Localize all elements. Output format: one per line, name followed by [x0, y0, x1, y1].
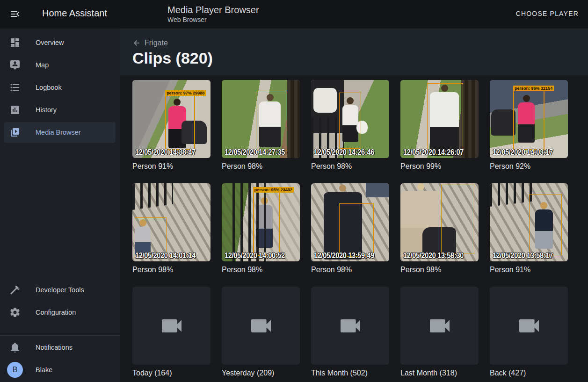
- sidebar-item-label: Map: [36, 61, 49, 69]
- street-shape: [366, 183, 389, 197]
- media-grid: person: 97% 29988 12/05/2020 14:38:47 Pe…: [132, 80, 568, 378]
- sidebar-divider: [0, 335, 120, 336]
- arrow-left-icon: [132, 39, 141, 47]
- sidebar-item-label: Media Browser: [36, 129, 81, 136]
- clip-card[interactable]: person: 97% 29988 12/05/2020 14:38:47 Pe…: [132, 80, 211, 171]
- clip-timestamp: 12/05/2020 14:00:52: [225, 251, 285, 259]
- dashboard-icon: [9, 37, 21, 48]
- detection-label: person: 97% 29988: [165, 90, 206, 96]
- folder-label: This Month (502): [311, 368, 389, 378]
- clip-thumbnail: 12/05/2020 13:58:17: [490, 183, 568, 261]
- sidebar-item-label: Developer Tools: [36, 286, 84, 294]
- clip-thumbnail: person: 95% 23432 12/05/2020 14:00:52: [222, 183, 300, 261]
- sidebar-item-overview[interactable]: Overview: [4, 32, 116, 53]
- clip-thumbnail: person: 97% 29988 12/05/2020 14:38:47: [132, 80, 211, 158]
- list-bulleted-icon: [9, 82, 21, 93]
- folder-card-yesterday[interactable]: Yesterday (209): [222, 287, 300, 378]
- clip-caption: Person 92%: [490, 162, 568, 171]
- detection-box: person: 97% 29988: [165, 95, 195, 151]
- video-camera-icon: [427, 313, 453, 339]
- sidebar-item-notifications[interactable]: Notifications: [4, 337, 116, 358]
- folder-label: Back (427): [490, 368, 568, 378]
- folder-thumbnail: [132, 287, 211, 365]
- detection-box: [339, 93, 361, 149]
- detection-box: [256, 91, 287, 150]
- menu-open-icon[interactable]: [9, 8, 21, 20]
- sidebar-item-media-browser[interactable]: Media Browser: [4, 122, 116, 143]
- avatar: B: [7, 362, 23, 378]
- clip-thumbnail: 12/05/2020 14:26:07: [400, 80, 479, 158]
- hammer-icon: [9, 284, 21, 296]
- sidebar-item-label: Configuration: [36, 309, 76, 316]
- clip-timestamp: 12/05/2020 14:26:46: [314, 148, 374, 156]
- clip-card[interactable]: 12/05/2020 14:01:14 Person 98%: [132, 183, 211, 274]
- video-camera-icon: [337, 313, 363, 339]
- folder-thumbnail: [490, 287, 568, 365]
- sidebar-item-configuration[interactable]: Configuration: [4, 302, 116, 323]
- detection-box: [339, 203, 373, 257]
- detection-label: person: 96% 32154: [513, 86, 554, 91]
- play-box-multiple-icon: [9, 127, 21, 138]
- panel-header: Media Player Browser Web Browser: [167, 4, 259, 24]
- choose-player-button[interactable]: CHOOSE PLAYER: [516, 10, 579, 17]
- sidebar-item-developer-tools[interactable]: Developer Tools: [4, 280, 116, 300]
- panel-subtitle: Web Browser: [167, 15, 259, 24]
- sidebar-item-label: Logbook: [36, 84, 62, 91]
- sidebar-item-map[interactable]: Map: [4, 55, 116, 75]
- sidebar-item-logbook[interactable]: Logbook: [4, 77, 116, 98]
- sidebar-item-label: History: [36, 106, 57, 114]
- gear-icon: [9, 307, 21, 318]
- detection-box: person: 95% 23432: [253, 192, 280, 256]
- clip-card[interactable]: person: 96% 32154 12/05/2020 14:03:17 Pe…: [490, 80, 568, 171]
- clip-card[interactable]: 12/05/2020 13:58:17 Person 91%: [490, 183, 568, 274]
- folder-thumbnail: [311, 287, 389, 365]
- sidebar-item-label: Notifications: [36, 344, 73, 351]
- clip-caption: Person 98%: [400, 265, 479, 274]
- folder-card-back[interactable]: Back (427): [490, 287, 568, 378]
- porch-railing-shape: [287, 80, 300, 158]
- clip-caption: Person 98%: [132, 265, 211, 274]
- clip-thumbnail: 12/05/2020 13:58:30: [400, 183, 479, 261]
- detection-box: [529, 194, 562, 255]
- bell-icon: [9, 342, 21, 353]
- detection-box: person: 96% 32154: [513, 90, 544, 151]
- page-title: Clips (820): [132, 49, 213, 67]
- clip-card[interactable]: 12/05/2020 13:58:30 Person 98%: [400, 183, 479, 274]
- panel-title: Media Player Browser: [167, 4, 259, 15]
- clip-card[interactable]: 12/05/2020 14:27:35 Person 98%: [222, 80, 300, 171]
- clip-timestamp: 12/05/2020 14:27:35: [225, 148, 285, 156]
- clip-timestamp: 12/05/2020 13:58:30: [403, 251, 464, 259]
- folder-label: Today (164): [132, 368, 211, 378]
- clip-thumbnail: 12/05/2020 14:26:46: [311, 80, 389, 158]
- sidebar-item-user[interactable]: B Blake: [4, 360, 116, 380]
- account-tooltip-icon: [9, 59, 21, 71]
- folder-label: Last Month (318): [400, 368, 479, 378]
- clip-thumbnail: person: 96% 32154 12/05/2020 14:03:17: [490, 80, 568, 158]
- detection-box: [427, 83, 463, 155]
- sidebar-item-history[interactable]: History: [4, 100, 116, 120]
- clip-timestamp: 12/05/2020 14:26:07: [403, 148, 464, 156]
- clip-caption: Person 91%: [490, 265, 568, 274]
- breadcrumb[interactable]: Frigate: [132, 39, 168, 47]
- folder-card-last-month[interactable]: Last Month (318): [400, 287, 479, 378]
- clip-card[interactable]: 12/05/2020 14:26:07 Person 99%: [400, 80, 479, 171]
- folder-card-this-month[interactable]: This Month (502): [311, 287, 389, 378]
- clip-caption: Person 98%: [222, 162, 300, 171]
- clip-thumbnail: 12/05/2020 14:01:14: [132, 183, 211, 261]
- top-app-bar: Home Assistant Media Player Browser Web …: [0, 0, 588, 29]
- clip-card[interactable]: 12/05/2020 14:26:46 Person 98%: [311, 80, 389, 171]
- sidebar-item-label: Overview: [36, 39, 64, 46]
- clip-caption: Person 99%: [400, 162, 479, 171]
- clip-card[interactable]: 12/05/2020 13:59:49 Person 98%: [311, 183, 389, 274]
- folder-card-today[interactable]: Today (164): [132, 287, 211, 378]
- video-camera-icon: [159, 313, 185, 339]
- folder-thumbnail: [400, 287, 479, 365]
- clip-caption: Person 91%: [132, 162, 211, 171]
- detection-box: [441, 185, 475, 253]
- clip-card[interactable]: person: 95% 23432 12/05/2020 14:00:52 Pe…: [222, 183, 300, 274]
- stroller-shape: [491, 109, 515, 136]
- user-name: Blake: [36, 366, 52, 374]
- detection-label: person: 95% 23432: [253, 187, 294, 193]
- clip-thumbnail: 12/05/2020 13:59:49: [311, 183, 389, 261]
- bar-chart-box-icon: [9, 104, 21, 115]
